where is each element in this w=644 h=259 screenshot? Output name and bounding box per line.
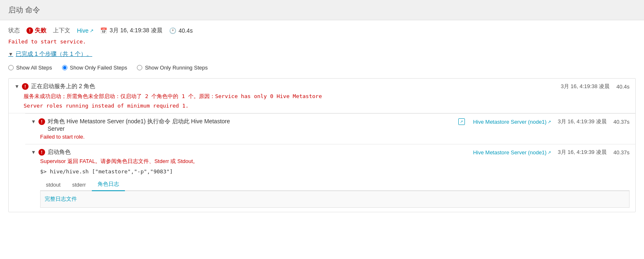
step-1-title: 正在启动服务上的 2 角色 bbox=[31, 83, 96, 90]
sub-step-2-host-link[interactable]: Hive Metastore Server (node1) ↗ bbox=[473, 149, 551, 156]
sub-step-1-title: 对角色 Hive Metastore Server (node1) 执行命令 启… bbox=[48, 118, 230, 125]
filter-failed-radio[interactable] bbox=[62, 65, 67, 70]
clock-icon: 🕐 bbox=[169, 27, 176, 34]
sub-step-1-error: Failed to start role. bbox=[31, 134, 630, 140]
page-header: 启动 命令 bbox=[0, 0, 644, 20]
status-value: ! 失败 bbox=[26, 27, 46, 34]
filter-bar: Show All Steps Show Only Failed Steps Sh… bbox=[8, 63, 636, 72]
sub-step-1-header: ▼ ! 对角色 Hive Metastore Server (node1) 执行… bbox=[31, 118, 630, 132]
step-1-row: ▼ ! 正在启动服务上的 2 角色 3月 16, 4:19:38 凌晨 40.4… bbox=[9, 79, 635, 113]
filter-running-steps[interactable]: Show Only Running Steps bbox=[137, 65, 208, 71]
sub-step-1-meta: ↗ Hive Metastore Server (node1) ↗ 3月 16,… bbox=[458, 118, 630, 125]
duration-value: 40.4s bbox=[179, 27, 193, 34]
steps-summary-text: 已完成 1 个步骤（共 1 个）。 bbox=[16, 50, 92, 58]
duration-section: 🕐 40.4s bbox=[169, 27, 193, 34]
error-icon: ! bbox=[26, 27, 33, 34]
chevron-down-icon: ▼ bbox=[8, 51, 13, 57]
step-1-error-detail-1: 服务未成功启动；所需角色未全部启动：仅启动了 2 个角色中的 1 个。原因：Se… bbox=[14, 93, 630, 100]
sub-step-1-datetime: 3月 16, 4:19:39 凌晨 bbox=[558, 118, 607, 125]
datetime-value: 3月 16, 4:19:38 凌晨 bbox=[110, 27, 163, 34]
sub-step-1-chevron-icon[interactable]: ▼ bbox=[31, 119, 36, 125]
step-1-header: ▼ ! 正在启动服务上的 2 角色 3月 16, 4:19:38 凌晨 40.4… bbox=[14, 83, 630, 90]
sub-step-2-title-area: ▼ ! 启动角色 bbox=[31, 149, 473, 156]
host-1-external-icon: ↗ bbox=[548, 120, 551, 124]
command-line: $> hive/hive.sh ["metastore","-p","9083"… bbox=[40, 168, 630, 175]
log-tabs: stdout stderr 角色日志 bbox=[40, 178, 630, 191]
sub-step-1-title2: Server bbox=[48, 125, 230, 132]
step-1-duration: 40.4s bbox=[616, 84, 630, 90]
sub-step-1-error-icon: ! bbox=[38, 118, 45, 125]
open-link-icon[interactable]: ↗ bbox=[458, 118, 465, 125]
command-section: $> hive/hive.sh ["metastore","-p","9083"… bbox=[31, 168, 630, 208]
sub-step-1-host-link[interactable]: Hive Metastore Server (node1) ↗ bbox=[473, 119, 551, 125]
filter-all-radio[interactable] bbox=[8, 65, 14, 70]
filter-failed-steps[interactable]: Show Only Failed Steps bbox=[62, 65, 127, 71]
sub-step-2-datetime: 3月 16, 4:19:39 凌晨 bbox=[558, 149, 607, 156]
page-title: 启动 命令 bbox=[8, 6, 40, 14]
filter-all-steps[interactable]: Show All Steps bbox=[8, 65, 52, 71]
status-bar: 状态 ! 失败 上下文 Hive ↗ 📅 3月 16, 4:19:38 凌晨 🕐… bbox=[8, 27, 636, 34]
step-1-inner: ▼ ! 正在启动服务上的 2 角色 3月 16, 4:19:38 凌晨 40.4… bbox=[14, 83, 630, 109]
step-1-datetime: 3月 16, 4:19:38 凌晨 bbox=[561, 83, 610, 90]
sub-step-1-row: ▼ ! 对角色 Hive Metastore Server (node1) 执行… bbox=[25, 113, 635, 144]
sub-step-2-inner: ▼ ! 启动角色 Hive Metastore Server (node1) ↗… bbox=[31, 149, 630, 208]
log-content: 完整日志文件 bbox=[40, 191, 630, 208]
sub-step-1-title-area: ▼ ! 对角色 Hive Metastore Server (node1) 执行… bbox=[31, 118, 458, 132]
sub-step-2-title: 启动角色 bbox=[48, 149, 71, 156]
step-1-chevron-icon[interactable]: ▼ bbox=[14, 84, 19, 89]
external-link-icon: ↗ bbox=[90, 28, 93, 34]
main-content: 状态 ! 失败 上下文 Hive ↗ 📅 3月 16, 4:19:38 凌晨 🕐… bbox=[0, 20, 644, 219]
sub-step-2-duration: 40.37s bbox=[613, 149, 630, 156]
datetime-section: 📅 3月 16, 4:19:38 凌晨 bbox=[100, 27, 163, 34]
full-log-link[interactable]: 完整日志文件 bbox=[45, 196, 77, 202]
sub-step-2-chevron-icon[interactable]: ▼ bbox=[31, 149, 36, 155]
filter-running-radio[interactable] bbox=[137, 65, 142, 70]
step-1-error-icon: ! bbox=[22, 83, 29, 90]
context-label: 上下文 bbox=[53, 27, 70, 34]
tab-stderr[interactable]: stderr bbox=[66, 179, 91, 191]
tab-stdout[interactable]: stdout bbox=[40, 179, 66, 191]
sub-step-2-header: ▼ ! 启动角色 Hive Metastore Server (node1) ↗… bbox=[31, 149, 630, 156]
step-1-title-area: ▼ ! 正在启动服务上的 2 角色 bbox=[14, 83, 561, 90]
step-1-error-detail-2: Server roles running instead of minimum … bbox=[14, 103, 630, 109]
steps-container: ▼ ! 正在启动服务上的 2 角色 3月 16, 4:19:38 凌晨 40.4… bbox=[8, 78, 636, 212]
hive-link[interactable]: Hive ↗ bbox=[77, 27, 93, 34]
steps-summary: ▼ 已完成 1 个步骤（共 1 个）。 bbox=[8, 50, 636, 58]
tab-role-log[interactable]: 角色日志 bbox=[92, 178, 125, 191]
sub-step-2-error: Supervisor 返回 FATAL。请参阅角色日志文件、Stderr 或 S… bbox=[31, 158, 630, 165]
step-1-meta: 3月 16, 4:19:38 凌晨 40.4s bbox=[561, 83, 630, 90]
sub-step-2-row: ▼ ! 启动角色 Hive Metastore Server (node1) ↗… bbox=[25, 144, 635, 212]
status-label: 状态 bbox=[8, 27, 20, 34]
steps-summary-toggle[interactable]: ▼ 已完成 1 个步骤（共 1 个）。 bbox=[8, 50, 636, 58]
host-2-external-icon: ↗ bbox=[548, 150, 551, 155]
sub-step-2-error-icon: ! bbox=[38, 149, 45, 156]
calendar-icon: 📅 bbox=[100, 27, 107, 34]
sub-step-1-duration: 40.37s bbox=[613, 119, 630, 125]
error-message: Failed to start service. bbox=[8, 38, 636, 45]
sub-step-2-meta: Hive Metastore Server (node1) ↗ 3月 16, 4… bbox=[473, 149, 630, 156]
sub-steps-container: ▼ ! 对角色 Hive Metastore Server (node1) 执行… bbox=[25, 113, 635, 212]
sub-step-1-inner: ▼ ! 对角色 Hive Metastore Server (node1) 执行… bbox=[31, 118, 630, 140]
